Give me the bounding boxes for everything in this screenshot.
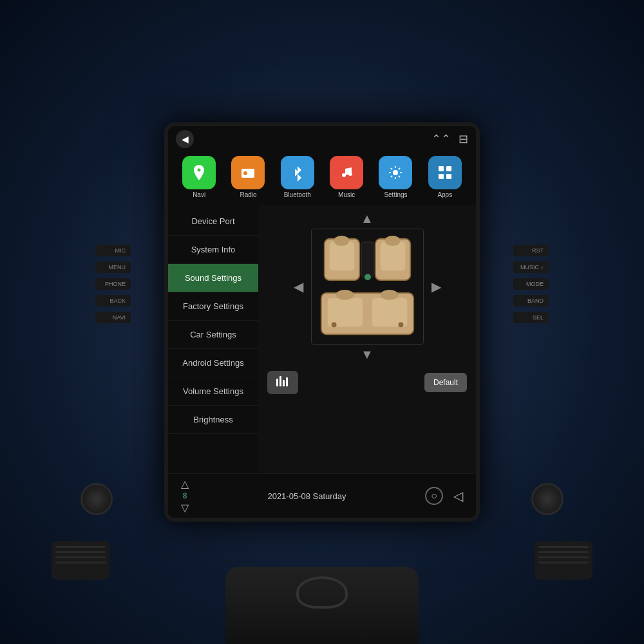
svg-rect-8: [439, 166, 444, 171]
screen-back-button[interactable]: ◀: [176, 130, 194, 148]
svg-rect-15: [380, 242, 405, 270]
svg-point-25: [331, 322, 336, 327]
settings-label: Settings: [384, 191, 407, 198]
svg-point-23: [336, 290, 354, 300]
sidebar-item-car-settings[interactable]: Car Settings: [168, 321, 258, 349]
sidebar-item-system-info[interactable]: System Info: [168, 236, 258, 264]
svg-point-19: [365, 274, 371, 280]
bluetooth-icon: [281, 156, 314, 189]
seat-image-area: ◀: [262, 229, 472, 345]
bottom-nav: △ 8 ▽ 2021-05-08 Saturday ○ ◁: [168, 473, 476, 518]
svg-rect-22: [372, 298, 406, 327]
right-vent: [535, 541, 592, 580]
sidebar-item-volume-settings[interactable]: Volume Settings: [168, 377, 258, 406]
mode-button[interactable]: MODE: [513, 278, 549, 290]
sidebar-item-android-settings[interactable]: Android Settings: [168, 349, 258, 377]
car-screen: ◀ ⌃⌃ ⊟ Navi: [164, 122, 480, 522]
seat-diagram: [311, 229, 424, 345]
navi-label: Navi: [193, 191, 205, 198]
svg-point-16: [334, 236, 349, 246]
scroll-down-button[interactable]: ▼: [358, 345, 376, 365]
sel-button[interactable]: SEL: [513, 312, 549, 323]
settings-icon: [379, 156, 412, 189]
svg-rect-13: [329, 242, 354, 270]
svg-rect-28: [279, 376, 281, 386]
default-button[interactable]: Default: [424, 373, 467, 392]
window-icon[interactable]: ⊟: [459, 132, 468, 146]
svg-rect-10: [439, 174, 444, 179]
left-knob[interactable]: [80, 483, 113, 515]
scroll-up-button[interactable]: ▲: [358, 209, 376, 229]
volume-value: 8: [183, 491, 187, 500]
svg-rect-18: [361, 242, 374, 277]
svg-point-6: [348, 172, 352, 176]
scroll-right-button[interactable]: ▶: [429, 276, 444, 297]
back-hw-button[interactable]: BACK: [95, 295, 131, 307]
svg-rect-30: [286, 377, 288, 386]
main-content: Device Port System Info Sound Settings F…: [168, 205, 476, 473]
steering-area: [225, 567, 419, 644]
band-button[interactable]: BAND: [513, 295, 549, 307]
phone-button[interactable]: PHONE: [95, 278, 131, 290]
steering-wheel: [296, 576, 348, 609]
top-bar: ◀ ⌃⌃ ⊟: [168, 126, 476, 152]
music-label: Music: [338, 191, 355, 198]
apps-label: Apps: [437, 191, 452, 198]
volume-up-button[interactable]: △: [181, 478, 189, 490]
svg-point-5: [342, 173, 346, 177]
eq-button[interactable]: [267, 371, 298, 394]
menu-button[interactable]: MENU: [95, 261, 131, 273]
navi-hw-button[interactable]: NAVI: [95, 312, 131, 323]
volume-down-button[interactable]: ▽: [181, 502, 189, 514]
date-display: 2021-05-08 Saturday: [267, 491, 346, 501]
left-vent: [52, 541, 109, 580]
music-icon: [330, 156, 363, 189]
svg-rect-11: [446, 174, 451, 179]
svg-rect-27: [276, 379, 278, 386]
app-music[interactable]: Music: [330, 156, 363, 198]
radio-icon: [231, 156, 265, 189]
svg-point-7: [393, 170, 398, 175]
app-apps[interactable]: Apps: [428, 156, 462, 198]
chevron-up-icon[interactable]: ⌃⌃: [431, 132, 451, 146]
svg-rect-29: [283, 380, 285, 386]
right-knob[interactable]: [531, 483, 564, 515]
svg-point-17: [384, 236, 400, 246]
radio-label: Radio: [240, 191, 256, 198]
home-button[interactable]: ○: [425, 487, 443, 505]
back-nav-button[interactable]: ◁: [453, 488, 463, 504]
apps-icon: [428, 156, 462, 189]
svg-point-26: [398, 322, 403, 327]
svg-rect-21: [327, 298, 362, 327]
bottom-controls: Default: [262, 367, 472, 398]
app-settings[interactable]: Settings: [379, 156, 412, 198]
sidebar-item-factory-settings[interactable]: Factory Settings: [168, 292, 258, 321]
svg-rect-9: [446, 166, 451, 171]
nav-buttons: ○ ◁: [425, 487, 463, 505]
app-navi[interactable]: Navi: [182, 156, 216, 198]
bluetooth-label: Bluetooth: [284, 191, 311, 198]
sidebar-item-device-port[interactable]: Device Port: [168, 207, 258, 236]
rst-button[interactable]: RST: [513, 245, 549, 256]
scroll-left-button[interactable]: ◀: [291, 276, 306, 297]
right-panel: ▲ ◀: [258, 205, 476, 473]
app-icons-row: Navi Radio: [168, 152, 476, 205]
svg-point-24: [380, 290, 398, 300]
sidebar: Device Port System Info Sound Settings F…: [168, 205, 258, 473]
navi-icon: [182, 156, 216, 189]
sidebar-item-brightness[interactable]: Brightness: [168, 406, 258, 434]
app-radio[interactable]: Radio: [231, 156, 265, 198]
app-bluetooth[interactable]: Bluetooth: [281, 156, 314, 198]
music-hw-button[interactable]: MUSIC ♪: [513, 261, 549, 273]
mic-button[interactable]: MIC: [95, 245, 131, 256]
volume-control: △ 8 ▽: [181, 478, 189, 514]
sidebar-item-sound-settings[interactable]: Sound Settings: [168, 264, 258, 292]
svg-point-1: [243, 171, 247, 175]
